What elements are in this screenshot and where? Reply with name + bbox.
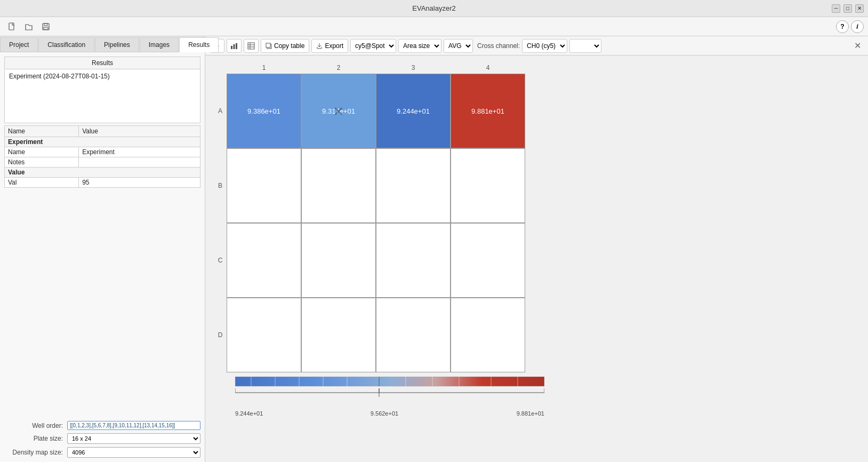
row-header-d: D [214,331,227,339]
open-folder-button[interactable] [21,20,36,34]
app-body: Project Classification Pipelines Images … [0,36,868,462]
well-d3[interactable] [376,298,451,372]
right-toolbar: ← Copy table Export cy5@Spot Area size [205,36,868,55]
results-section-header: Results [5,57,200,69]
well-b3[interactable] [376,148,451,223]
col-name-header: Name [5,126,79,137]
scale-max-label: 9.881e+01 [517,410,544,417]
prop-value-val: 95 [79,178,200,188]
table-row: Val 95 [5,178,200,188]
minimize-button[interactable]: ─ [832,4,840,13]
well-order-row: Well order: [4,421,200,430]
tab-project[interactable]: Project [0,37,38,52]
bottom-fields: Well order: Plate size: 16 x 24 Density … [0,417,205,462]
info-button[interactable]: i [851,20,864,33]
section-experiment-label: Experiment [5,137,200,147]
svg-rect-12 [266,43,270,47]
density-map-size-label: Density map size: [4,449,63,456]
column-headers: 1 2 3 4 [227,64,859,74]
results-list: Experiment (2024-08-27T08-01-15) [5,69,200,123]
window-controls: ─ □ ✕ [832,4,864,13]
tab-classification[interactable]: Classification [38,37,94,52]
section-experiment: Experiment [5,137,200,147]
table-row: Notes [5,157,200,168]
copy-table-label: Copy table [274,42,304,50]
grid-row-b: B [214,148,859,223]
tab-pipelines[interactable]: Pipelines [95,37,139,52]
well-c1[interactable] [227,223,301,298]
aggregation-select[interactable]: AVG [444,39,473,53]
table-view-button[interactable] [244,39,259,53]
prop-value-name: Experiment [79,147,200,157]
new-file-button[interactable] [4,20,19,34]
tab-bar: Project Classification Pipelines Images … [0,36,205,52]
section-value-label: Value [5,168,200,178]
density-map-size-select[interactable]: 4096 [67,447,200,458]
table-row: Name Experiment [5,147,200,157]
well-b1[interactable] [227,148,301,223]
grid-row-a: A 9.386e+01 9.317e+01 9.244e+01 9.881e+0… [214,74,859,148]
well-d1[interactable] [227,298,301,372]
well-order-label: Well order: [4,422,63,429]
well-a4[interactable]: 9.881e+01 [451,74,525,148]
col-header-1: 1 [227,64,301,74]
scale-center-label: 9.562e+01 [371,410,398,417]
well-b2[interactable] [301,148,376,223]
plate-size-row: Plate size: 16 x 24 [4,433,200,444]
prop-name-val: Val [5,178,79,188]
metric-select[interactable]: Area size [398,39,441,53]
svg-rect-6 [236,43,237,49]
results-section: Results Experiment (2024-08-27T08-01-15) [4,57,200,123]
extra-select[interactable] [569,39,601,53]
plate-size-select[interactable]: 16 x 24 [67,433,200,444]
chart-view-button[interactable] [227,39,242,53]
svg-rect-5 [234,44,235,49]
tab-results[interactable]: Results [179,37,219,52]
well-a3[interactable]: 9.244e+01 [376,74,451,148]
close-button[interactable]: ✕ [855,4,864,13]
properties-table: Name Value Experiment Name Experiment No… [4,125,200,188]
well-a3-value: 9.244e+01 [397,107,430,115]
save-button[interactable] [38,20,53,34]
title-bar: EVAnalayzer2 ─ □ ✕ [0,0,868,17]
well-c4[interactable] [451,223,525,298]
grid-row-c: C [214,223,859,298]
copy-table-button[interactable]: Copy table [261,39,309,53]
svg-rect-0 [9,23,14,30]
grid-row-d: D [214,298,859,372]
tab-images[interactable]: Images [140,37,179,52]
well-a4-value: 9.881e+01 [471,107,504,115]
app-title: EVAnalayzer2 [412,4,455,12]
cross-channel-label: Cross channel: [477,42,520,50]
well-a1[interactable]: 9.386e+01 [227,74,301,148]
left-panel: Project Classification Pipelines Images … [0,36,205,462]
grid-area: 1 2 3 4 A 9.386e+01 9.317e+01 9.244e+01 [205,55,868,462]
prop-name-name: Name [5,147,79,157]
well-b4[interactable] [451,148,525,223]
help-button[interactable]: ? [836,20,849,33]
channel-select[interactable]: cy5@Spot [350,39,396,53]
results-item[interactable]: Experiment (2024-08-27T08-01-15) [7,71,198,81]
prop-name-notes: Notes [5,157,79,168]
well-a2[interactable]: 9.317e+01 [301,74,376,148]
col-value-header: Value [79,126,200,137]
row-header-c: C [214,257,227,264]
plate-container: 1 2 3 4 A 9.386e+01 9.317e+01 9.244e+01 [214,64,859,372]
export-button[interactable]: Export [311,39,348,53]
well-d2[interactable] [301,298,376,372]
svg-rect-14 [235,377,544,386]
well-a2-value: 9.317e+01 [322,107,355,115]
svg-rect-3 [44,27,48,29]
cross-channel-select[interactable]: CH0 (cy5) [522,39,567,53]
color-scale-container: 9.244e+01 9.562e+01 9.881e+01 [214,372,859,427]
well-c2[interactable] [301,223,376,298]
svg-rect-4 [231,46,232,49]
panel-close-button[interactable]: ✕ [851,39,864,52]
well-order-input[interactable] [67,421,200,430]
row-header-a: A [214,107,227,115]
density-map-size-row: Density map size: 4096 [4,447,200,458]
well-d4[interactable] [451,298,525,372]
well-c3[interactable] [376,223,451,298]
maximize-button[interactable]: □ [843,4,852,13]
col-header-3: 3 [376,64,451,74]
